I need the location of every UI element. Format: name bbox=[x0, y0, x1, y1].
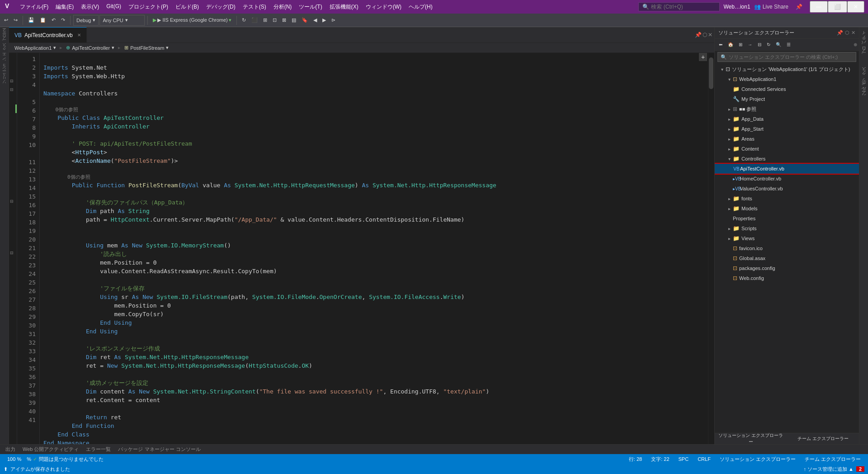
tree-solution-root[interactable]: ▾ ⊡ ソリューション 'WebApplication1' (1/1 プロジェク… bbox=[715, 64, 859, 74]
platform-dropdown[interactable]: Any CPU ▾ bbox=[99, 15, 145, 26]
sol-tool-btn-5[interactable]: ⊟ bbox=[755, 41, 764, 48]
menu-analyze[interactable]: 分析(N) bbox=[270, 1, 296, 13]
bottom-tab-output[interactable]: 出力 bbox=[4, 446, 17, 453]
notification-source-control[interactable]: ↑ ソース管理に追加 ▲ bbox=[803, 466, 854, 473]
tree-packages-config[interactable]: ⊡ packages.config bbox=[715, 263, 859, 273]
right-tab-properties[interactable]: プロパティ bbox=[859, 27, 868, 63]
toolbar-btn-1[interactable]: ↻ bbox=[240, 16, 248, 24]
tree-my-project[interactable]: 🔧 My Project bbox=[715, 94, 859, 104]
menu-file[interactable]: ファイル(F) bbox=[16, 1, 52, 13]
toolbar-refresh-btn[interactable]: ↩ bbox=[2, 16, 10, 24]
tree-favicon[interactable]: ⊡ favicon.ico bbox=[715, 243, 859, 253]
scroll-thumb[interactable] bbox=[709, 57, 713, 89]
menu-extensions[interactable]: 拡張機能(X) bbox=[326, 1, 362, 13]
status-sol-explorer[interactable]: ソリューション エクスプローラー bbox=[716, 456, 799, 463]
status-spc[interactable]: SPC bbox=[675, 456, 693, 462]
menu-test[interactable]: テスト(S) bbox=[239, 1, 270, 13]
solution-tab[interactable]: ソリューション エクスプローラー bbox=[715, 433, 787, 444]
collapse-icon-namespace[interactable]: ⊟ bbox=[10, 79, 14, 83]
tree-app-start[interactable]: ▸ 📁 App_Start bbox=[715, 124, 859, 134]
sol-tool-btn-1[interactable]: ⬅ bbox=[717, 41, 725, 48]
toolbar-btn-2[interactable]: ⬛ bbox=[249, 16, 260, 24]
menu-project[interactable]: プロジェクト(P) bbox=[125, 1, 172, 13]
activity-icon-1[interactable]: ソリューション エクスプローラー bbox=[1, 29, 7, 88]
sol-tool-btn-8[interactable]: ☰ bbox=[784, 41, 793, 48]
collapse-icon-using1[interactable]: ⊟ bbox=[10, 199, 14, 204]
status-position[interactable]: 行: 28 bbox=[625, 456, 646, 463]
sol-tool-btn-4[interactable]: → bbox=[745, 41, 755, 48]
toolbar-btn-8[interactable]: ◀ bbox=[311, 16, 319, 24]
tree-homecontroller[interactable]: ▸VB HomeController.vb bbox=[715, 174, 859, 184]
toolbar-saveas-btn[interactable]: 📋 bbox=[38, 16, 48, 24]
bottom-tab-errors[interactable]: エラー一覧 bbox=[84, 446, 113, 453]
status-team-explorer[interactable]: チーム エクスプローラー bbox=[801, 456, 864, 463]
sol-tool-btn-3[interactable]: ⊞ bbox=[736, 41, 745, 48]
team-explorer-tab[interactable]: チーム エクスプローラー bbox=[787, 433, 859, 444]
tree-properties[interactable]: Properties bbox=[715, 213, 859, 223]
bottom-tab-package[interactable]: パッケージ マネージャー コンソール bbox=[116, 446, 202, 453]
toolbar-btn-5[interactable]: ⊠ bbox=[280, 16, 288, 24]
pin-icon[interactable]: 📌 bbox=[792, 2, 806, 12]
toolbar-save-btn[interactable]: 💾 bbox=[26, 16, 37, 24]
menu-tools[interactable]: ツール(T) bbox=[295, 1, 326, 13]
tree-web-config[interactable]: ⊡ Web.config bbox=[715, 273, 859, 283]
code-editor[interactable]: ⊟ ⊟ ⊟ ⊟ 1234· 5678910 · 1112131415 16171… bbox=[9, 53, 714, 444]
status-bar-zoom[interactable]: 100 % bbox=[4, 456, 25, 462]
status-char[interactable]: 文字: 22 bbox=[647, 456, 673, 463]
maximize-button[interactable]: ⬜ bbox=[828, 1, 847, 13]
menu-debug[interactable]: デバッグ(D) bbox=[203, 1, 239, 13]
tree-valuescontroller[interactable]: ▸VB ValuesController.vb bbox=[715, 184, 859, 194]
liveshare-button[interactable]: 👥 Live Share bbox=[750, 2, 792, 12]
toolbar-redo-btn[interactable]: ↷ bbox=[59, 16, 67, 24]
active-tab[interactable]: VB ApiTestController.vb ✕ bbox=[9, 27, 87, 43]
nav-project-dropdown[interactable]: WebApplication1 ▾ bbox=[13, 45, 58, 51]
tab-panel-controls[interactable]: 📌 ⬡ ✕ bbox=[693, 27, 714, 43]
nav-method-dropdown[interactable]: ⊞ PostFileStream ▾ bbox=[123, 45, 170, 51]
tree-controllers[interactable]: ▾ 📁 Controllers bbox=[715, 154, 859, 164]
menu-git[interactable]: Git(G) bbox=[103, 1, 125, 13]
toolbar-btn-10[interactable]: ⊳ bbox=[329, 16, 338, 24]
tree-scripts[interactable]: ▸ 📁 Scripts bbox=[715, 223, 859, 233]
sol-pin-icon[interactable]: 📌 bbox=[837, 30, 843, 36]
tree-fonts[interactable]: ▸ 📁 fonts bbox=[715, 194, 859, 204]
panel-close-icon[interactable]: ✕ bbox=[708, 32, 712, 38]
editor-expand-btn[interactable]: + bbox=[699, 53, 707, 61]
sol-tool-btn-2[interactable]: 🏠 bbox=[726, 41, 736, 48]
tab-close-button[interactable]: ✕ bbox=[77, 33, 81, 38]
toolbar-forward-btn[interactable]: ↪ bbox=[11, 16, 20, 24]
toolbar-btn-4[interactable]: ⊡ bbox=[270, 16, 279, 24]
code-content[interactable]: Imports System.Net Imports System.Web.Ht… bbox=[40, 53, 708, 444]
tree-apitestcontroller[interactable]: VB ApiTestController.vb bbox=[715, 164, 859, 174]
tree-references[interactable]: ▸ ⊞ ■■ 参照 bbox=[715, 104, 859, 114]
sol-tool-btn-6[interactable]: ↻ bbox=[764, 41, 773, 48]
menu-build[interactable]: ビルド(B) bbox=[172, 1, 203, 13]
sol-close-icon[interactable]: ✕ bbox=[851, 30, 855, 36]
nav-class-dropdown[interactable]: ⊕ ApiTestController ▾ bbox=[64, 45, 116, 51]
toolbar-btn-3[interactable]: ⊞ bbox=[261, 16, 269, 24]
sol-tool-btn-7[interactable]: 🔍 bbox=[774, 41, 783, 48]
bottom-tab-publish[interactable]: Web 公開アクティビティ bbox=[21, 446, 80, 453]
menu-window[interactable]: ウィンドウ(W) bbox=[362, 1, 405, 13]
search-box[interactable]: 🔍 bbox=[638, 2, 720, 11]
editor-scrollbar[interactable] bbox=[708, 53, 714, 444]
tree-views[interactable]: ▸ 📁 Views bbox=[715, 233, 859, 243]
debug-config-dropdown[interactable]: Debug ▾ bbox=[73, 15, 99, 26]
sol-connector-icon[interactable]: ⊕ bbox=[854, 42, 857, 47]
toolbar-btn-7[interactable]: 🔖 bbox=[299, 16, 310, 24]
search-input[interactable] bbox=[651, 4, 710, 10]
toolbar-btn-6[interactable]: ▤ bbox=[289, 16, 298, 24]
collapse-icon-class[interactable]: ⊟ bbox=[10, 87, 14, 92]
solution-search-box[interactable]: 🔍 bbox=[717, 52, 856, 62]
tree-global-asax[interactable]: ⊡ Global.asax bbox=[715, 253, 859, 263]
tree-connected-services[interactable]: 📁 Connected Services bbox=[715, 84, 859, 94]
close-button[interactable]: ✕ bbox=[847, 1, 864, 13]
tree-models[interactable]: ▸ 📁 Models bbox=[715, 204, 859, 213]
menu-help[interactable]: ヘルプ(H) bbox=[405, 1, 436, 13]
status-crlf[interactable]: CRLF bbox=[694, 456, 714, 462]
panel-float-icon[interactable]: ⬡ bbox=[703, 32, 707, 38]
run-button[interactable]: ▶ ▶ IIS Express (Google Chrome) ▾ bbox=[151, 16, 233, 24]
toolbar-undo-btn[interactable]: ↶ bbox=[49, 16, 58, 24]
solution-search-input[interactable] bbox=[729, 54, 853, 60]
right-tab-toolbox[interactable]: ツールボックス bbox=[859, 63, 868, 104]
tree-content[interactable]: ▸ 📁 Content bbox=[715, 144, 859, 154]
